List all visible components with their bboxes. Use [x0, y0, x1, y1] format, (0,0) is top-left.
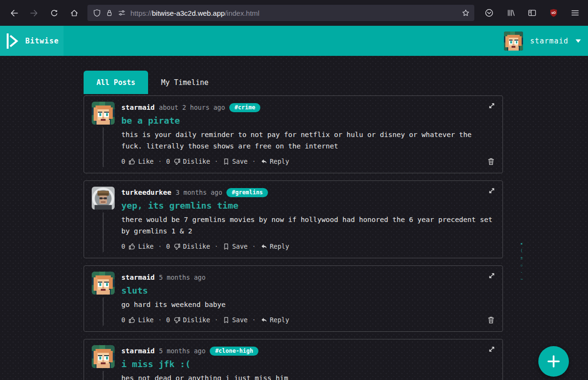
dislike-count: 0	[166, 316, 170, 324]
avatar-column	[92, 272, 115, 326]
dislike-button[interactable]: Dislike	[173, 243, 210, 250]
like-button[interactable]: Like	[128, 243, 154, 250]
separator: ·	[214, 316, 218, 324]
url-scheme: https://	[130, 9, 152, 17]
like-button[interactable]: Like	[128, 316, 154, 324]
avatar-column	[92, 102, 115, 167]
expand-post-icon[interactable]	[488, 272, 495, 279]
expand-post-icon[interactable]	[488, 187, 495, 194]
post-author[interactable]: starmaid	[121, 104, 155, 111]
post-content: there would be 7 gremlins movies by now …	[121, 214, 495, 237]
post-card: starmaid 5 months ago #clone-high i miss…	[84, 339, 503, 380]
tab-all-posts[interactable]: All Posts	[84, 71, 148, 94]
separator: ·	[214, 158, 218, 165]
post-content: go hard its weekend babye	[121, 299, 495, 310]
forward-icon[interactable]	[26, 5, 42, 21]
bookmark-icon	[223, 243, 230, 250]
reply-button[interactable]: Reply	[260, 316, 289, 324]
post-title[interactable]: be a pirate	[121, 115, 495, 127]
user-menu[interactable]: starmaid	[504, 32, 588, 51]
post-actions: 0 Like · 0 Dislike · Save · Reply	[121, 241, 495, 252]
pocket-icon[interactable]	[485, 9, 493, 17]
posts-list: starmaid about 2 hours ago #crime be a p…	[84, 95, 503, 380]
separator: ·	[252, 316, 256, 324]
dislike-button[interactable]: Dislike	[173, 316, 210, 324]
post-avatar	[92, 345, 115, 368]
chevron-down-icon[interactable]	[576, 39, 581, 43]
permissions-icon[interactable]	[118, 9, 126, 17]
post-actions: 0 Like · 0 Dislike · Save · Reply	[121, 156, 495, 167]
post-title[interactable]: sluts	[121, 285, 495, 297]
reload-icon[interactable]	[46, 5, 62, 21]
post-timestamp: about 2 hours ago	[159, 104, 225, 111]
reply-icon	[260, 243, 267, 250]
post-body: starmaid 5 months ago sluts go hard its …	[121, 272, 495, 326]
thumbs-up-icon	[128, 243, 136, 250]
back-icon[interactable]	[6, 5, 21, 21]
like-button[interactable]: Like	[128, 158, 154, 165]
home-icon[interactable]	[66, 5, 82, 21]
expand-post-icon[interactable]	[488, 102, 495, 109]
like-count: 0	[121, 158, 125, 165]
post-author[interactable]: starmaid	[121, 274, 155, 281]
post-timestamp: 5 months ago	[159, 347, 206, 355]
expand-post-icon[interactable]	[488, 346, 495, 353]
post-tag[interactable]: #clone-high	[210, 347, 258, 356]
delete-post-icon[interactable]	[487, 158, 495, 166]
dislike-button[interactable]: Dislike	[173, 158, 210, 165]
thumbs-down-icon	[173, 317, 181, 324]
like-count: 0	[121, 316, 125, 324]
save-button[interactable]: Save	[223, 316, 248, 324]
app-logo[interactable]: Bitwise	[0, 26, 64, 56]
post-timestamp: 5 months ago	[159, 274, 206, 281]
page-background: All Posts My Timeline starmaid about 2 h…	[0, 56, 588, 380]
post-title[interactable]: yep, its gremlins time	[121, 200, 495, 212]
plus-icon	[546, 354, 561, 369]
post-meta: starmaid 5 months ago	[121, 272, 495, 283]
thread-line	[103, 212, 104, 252]
post-card: starmaid 5 months ago sluts go hard its …	[84, 265, 503, 332]
tab-my-timeline[interactable]: My Timeline	[148, 71, 221, 94]
post-meta: turkeedurkee 3 months ago #gremlins	[121, 187, 495, 198]
delete-post-icon[interactable]	[487, 316, 495, 324]
dislike-count: 0	[166, 158, 170, 165]
thread-line	[103, 127, 104, 167]
tracking-shield-icon[interactable]	[93, 9, 101, 17]
bookmark-icon	[223, 158, 230, 165]
post-tag[interactable]: #gremlins	[226, 188, 268, 197]
bookmark-star-icon[interactable]	[462, 9, 470, 17]
app-header: Bitwise starmaid	[0, 26, 588, 56]
post-author[interactable]: starmaid	[121, 347, 155, 355]
post-author[interactable]: turkeedurkee	[121, 189, 171, 196]
thumbs-down-icon	[173, 158, 181, 165]
lock-icon[interactable]	[106, 9, 113, 17]
thumbs-up-icon	[128, 317, 136, 324]
thread-line	[103, 297, 104, 326]
url-text[interactable]: https://bitwise-a3c2d.web.app/index.html	[130, 9, 457, 17]
post-avatar	[92, 102, 115, 125]
reply-button[interactable]: Reply	[260, 243, 289, 250]
like-count: 0	[121, 243, 125, 250]
post-title[interactable]: i miss jfk :(	[121, 358, 495, 370]
thumbs-down-icon	[173, 243, 181, 250]
menu-icon[interactable]	[571, 9, 579, 17]
save-button[interactable]: Save	[223, 243, 248, 250]
save-button[interactable]: Save	[223, 158, 248, 165]
svg-text:uO: uO	[552, 11, 556, 14]
brand-name: Bitwise	[25, 37, 59, 45]
new-post-button[interactable]	[538, 346, 569, 377]
url-bar[interactable]: https://bitwise-a3c2d.web.app/index.html	[87, 5, 474, 21]
separator: ·	[252, 158, 256, 165]
separator: ·	[158, 158, 162, 165]
feed-tabs: All Posts My Timeline	[84, 71, 503, 94]
post-tag[interactable]: #crime	[229, 103, 260, 112]
trash-icon	[487, 316, 495, 324]
user-name: starmaid	[530, 37, 568, 45]
ublock-icon[interactable]: uO	[549, 9, 558, 17]
user-avatar[interactable]	[504, 32, 523, 51]
url-domain: bitwise-a3c2d.web.app	[152, 9, 225, 17]
sidebar-icon[interactable]	[528, 9, 536, 17]
post-avatar	[92, 272, 115, 295]
reply-button[interactable]: Reply	[260, 158, 289, 165]
library-icon[interactable]	[506, 9, 515, 17]
